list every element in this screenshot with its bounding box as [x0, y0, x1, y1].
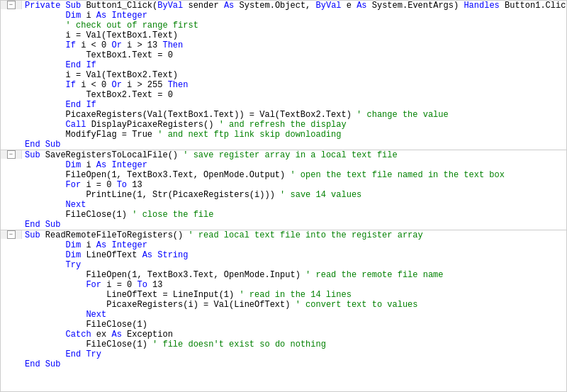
code-line: TextBox2.Text = 0 — [1, 90, 566, 100]
code-line: Dim i As Integer — [1, 160, 566, 170]
token-cm: ' file doesn't exist so do nothing — [152, 340, 326, 349]
code-line: −Sub SaveRegistersToLocalFile() ' save r… — [1, 150, 566, 160]
token-cm: ' save register array in a local text fi… — [183, 150, 397, 160]
line-content: Sub SaveRegistersToLocalFile() ' save re… — [22, 150, 566, 160]
line-content: End Sub — [22, 140, 566, 150]
token-id: FileClose(1) — [86, 340, 152, 349]
line-content: PicaxeRegisters(i) = Val(LineOfText) ' c… — [22, 300, 566, 310]
line-content: FileClose(1) ' close the file — [22, 210, 566, 220]
token-kw: As — [357, 1, 372, 11]
line-content: i = Val(TextBox2.Text) — [22, 70, 566, 80]
token-kw: Dim — [66, 11, 86, 21]
code-line: Dim i As Integer — [1, 240, 566, 250]
token-id: i — [86, 11, 96, 21]
gutter: − — [1, 150, 22, 159]
token-cm: ' and next ftp link skip downloading — [157, 130, 341, 140]
line-content: TextBox2.Text = 0 — [22, 90, 566, 100]
gutter: − — [1, 230, 22, 239]
token-kw: If — [66, 40, 82, 50]
token-kw: Sub — [25, 150, 45, 160]
code-line: For i = 0 To 13 — [1, 280, 566, 290]
token-kw: Then — [168, 80, 189, 90]
line-content: PicaxeRegisters(Val(TextBox1.Text)) = Va… — [22, 110, 566, 120]
token-id: DisplayPicaxeRegisters() — [91, 120, 219, 130]
token-id: FileClose(1) — [86, 320, 147, 330]
line-content: End If — [22, 100, 566, 110]
code-line: i = Val(TextBox1.Text) — [1, 30, 566, 40]
collapse-button[interactable]: − — [7, 150, 16, 159]
code-line: End Sub — [1, 220, 566, 230]
token-id: 13 — [152, 280, 162, 290]
line-content: Dim i As Integer — [22, 11, 566, 21]
token-id: e — [347, 1, 357, 11]
collapse-button[interactable]: − — [7, 1, 16, 9]
code-line: ' check out of range first — [1, 21, 566, 30]
token-id: i = Val(TextBox1.Text) — [66, 30, 178, 40]
collapse-button[interactable]: − — [7, 230, 16, 239]
token-id: TextBox1.Text = 0 — [86, 50, 172, 60]
token-kw: For — [86, 280, 106, 290]
token-kw: Handles — [464, 1, 505, 11]
code-line: PicaxeRegisters(i) = Val(LineOfText) ' c… — [1, 300, 566, 310]
token-id: LineOfText = LineInput(1) — [106, 290, 239, 300]
token-kw: Integer — [111, 240, 147, 250]
line-content: PrintLine(1, Str(PicaxeRegisters(i))) ' … — [22, 190, 566, 200]
token-kw: Dim — [66, 250, 86, 260]
code-line: PicaxeRegisters(Val(TextBox1.Text)) = Va… — [1, 110, 566, 120]
token-kw: Sub — [25, 230, 45, 240]
code-line: FileClose(1) ' file doesn't exist so do … — [1, 340, 566, 349]
gutter: − — [1, 1, 22, 9]
token-id: PicaxeRegisters(Val(TextBox1.Text)) = Va… — [66, 110, 357, 120]
token-kw: Catch — [66, 330, 96, 340]
token-cm: ' and refresh the display — [219, 120, 347, 130]
token-kw: As — [142, 250, 158, 260]
code-lines: −Private Sub Button1_Click(ByVal sender … — [1, 1, 566, 369]
line-content: If i < 0 Or i > 13 Then — [22, 40, 566, 50]
code-line: End If — [1, 60, 566, 70]
code-line: Next — [1, 200, 566, 210]
line-content: FileClose(1) ' file doesn't exist so do … — [22, 340, 566, 349]
token-kw: If — [66, 80, 82, 90]
token-id: sender — [188, 1, 223, 11]
line-content: Next — [22, 200, 566, 210]
line-content: Try — [22, 260, 566, 270]
token-kw: As — [224, 1, 240, 11]
code-line: For i = 0 To 13 — [1, 180, 566, 190]
token-cm: ' check out of range first — [66, 21, 198, 30]
token-cm: ' read in the 14 lines — [239, 290, 351, 300]
token-kw: Dim — [66, 160, 86, 170]
code-line: End If — [1, 100, 566, 110]
line-content: FileOpen(1, TextBox3.Text, OpenMode.Inpu… — [22, 270, 566, 280]
token-id: ex — [96, 330, 112, 340]
token-kw: To — [117, 180, 133, 190]
code-line: −Private Sub Button1_Click(ByVal sender … — [1, 1, 566, 11]
token-id: i > 255 — [127, 80, 168, 90]
code-line: FileOpen(1, TextBox3.Text, OpenMode.Inpu… — [1, 270, 566, 280]
token-kw: Integer — [111, 11, 147, 21]
code-line: End Try — [1, 349, 566, 359]
code-line: Call DisplayPicaxeRegisters() ' and refr… — [1, 120, 566, 130]
code-line: Catch ex As Exception — [1, 330, 566, 340]
token-kw: ByVal — [157, 1, 188, 11]
token-kw: ByVal — [316, 1, 347, 11]
token-kw: Call — [66, 120, 91, 130]
line-content: End Sub — [22, 359, 566, 369]
token-id: i > 13 — [127, 40, 162, 50]
token-kw: Integer — [111, 160, 147, 170]
token-cm: ' convert text to values — [296, 300, 418, 310]
code-line: Dim i As Integer — [1, 11, 566, 21]
code-line: If i < 0 Or i > 13 Then — [1, 40, 566, 50]
token-kw: Next — [66, 200, 86, 210]
token-id: i < 0 — [81, 80, 111, 90]
token-id: System.EventArgs) — [372, 1, 464, 11]
token-kw: End If — [66, 100, 96, 110]
code-line: Dim LineOfText As String — [1, 250, 566, 260]
code-line: FileClose(1) ' close the file — [1, 210, 566, 220]
code-line: End Sub — [1, 359, 566, 369]
code-line: FileOpen(1, TextBox3.Text, OpenMode.Outp… — [1, 170, 566, 180]
line-content: Next — [22, 310, 566, 320]
token-kw: End If — [66, 60, 96, 70]
token-id: FileOpen(1, TextBox3.Text, OpenMode.Outp… — [66, 170, 291, 180]
token-id: ModifyFlag = True — [66, 130, 158, 140]
line-content: Dim i As Integer — [22, 240, 566, 250]
